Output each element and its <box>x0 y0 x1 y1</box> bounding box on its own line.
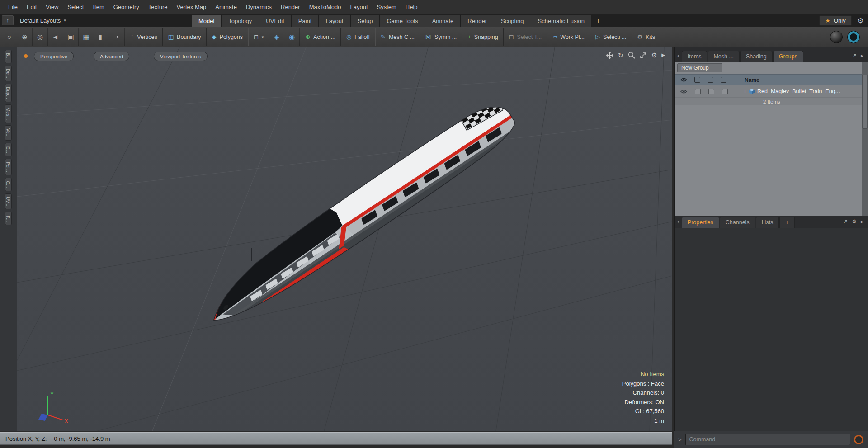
tab-model[interactable]: Model <box>192 15 222 27</box>
side-tab-duplicate[interactable]: Dup... <box>5 84 12 102</box>
select-through-button[interactable]: ◻ Select T... <box>504 28 547 46</box>
render-toggle-icon[interactable] <box>694 77 700 83</box>
pie-tool-icon[interactable]: ◔ <box>109 28 125 46</box>
menu-maxtomodo[interactable]: MaxToModo <box>305 0 346 14</box>
panel-tool-icon[interactable]: ▣ <box>63 28 79 46</box>
eye-icon[interactable] <box>680 89 687 94</box>
menu-edit[interactable]: Edit <box>22 0 41 14</box>
menu-dynamics[interactable]: Dynamics <box>241 0 276 14</box>
tab-layout[interactable]: Layout <box>319 15 350 27</box>
menu-system[interactable]: System <box>373 0 401 14</box>
tab-channels[interactable]: Channels <box>720 217 755 228</box>
lock-checkbox[interactable] <box>722 89 728 94</box>
panel-expand-icon[interactable]: ▸ <box>861 218 863 225</box>
side-tab-deform[interactable]: De... <box>5 66 12 81</box>
tab-topology[interactable]: Topology <box>222 15 259 27</box>
maximize-icon[interactable] <box>640 52 647 59</box>
tab-game-tools[interactable]: Game Tools <box>380 15 425 27</box>
menu-item[interactable]: Item <box>88 0 108 14</box>
viewport-textures-button[interactable]: Viewport Textures <box>154 52 208 61</box>
half-square-tool-icon[interactable]: ◧ <box>94 28 109 46</box>
side-tab-edge[interactable]: E... <box>5 143 12 156</box>
panel-gear-icon[interactable]: ⚙ <box>852 218 857 225</box>
rotate-view-icon[interactable]: ↻ <box>618 51 623 59</box>
viewport-expand-arrow-icon[interactable]: ▶ <box>661 51 665 59</box>
side-tab-falloff[interactable]: F... <box>5 212 12 225</box>
ellipse-tool-icon[interactable]: ○ <box>2 28 17 46</box>
eye-icon[interactable] <box>680 77 687 82</box>
render-checkbox[interactable] <box>708 89 714 94</box>
zoom-icon[interactable] <box>628 52 635 59</box>
side-tab-basic[interactable]: B... <box>5 50 12 63</box>
falloff-button[interactable]: ◎ Falloff <box>341 28 375 46</box>
tab-setup[interactable]: Setup <box>351 15 380 27</box>
grid-tool-icon[interactable]: ▦ <box>79 28 94 46</box>
command-history-icon[interactable] <box>854 435 863 444</box>
selection-sets-button[interactable]: ▷ Selecti ... <box>590 28 632 46</box>
panel-menu-dot-icon[interactable]: ● <box>677 54 679 58</box>
menu-layout[interactable]: Layout <box>345 0 372 14</box>
cursor-tool-icon[interactable]: ◄ <box>48 28 63 46</box>
tab-animate[interactable]: Animate <box>425 15 461 27</box>
viewport-menu-dot-icon[interactable] <box>24 54 28 58</box>
kits-button[interactable]: ⚙ Kits <box>632 28 661 46</box>
symmetry-button[interactable]: ⋈ Symm ... <box>420 28 462 46</box>
menu-animate[interactable]: Animate <box>211 0 241 14</box>
tab-scripting[interactable]: Scripting <box>494 15 531 27</box>
menu-geometry[interactable]: Geometry <box>109 0 144 14</box>
tab-mesh-ops[interactable]: Mesh ... <box>708 51 739 62</box>
side-tab-curves[interactable]: C... <box>5 178 12 191</box>
menu-render[interactable]: Render <box>276 0 305 14</box>
new-group-button[interactable]: New Group <box>677 63 722 72</box>
gear-icon[interactable]: ⚙ <box>857 16 863 25</box>
viewport-canvas[interactable]: Y X <box>17 47 672 431</box>
tab-uvedit[interactable]: UVEdit <box>259 15 291 27</box>
menu-select[interactable]: Select <box>63 0 88 14</box>
only-toggle-button[interactable]: ★ Only <box>819 15 851 26</box>
menu-file[interactable]: File <box>4 0 22 14</box>
lock-toggle-icon[interactable] <box>708 77 713 83</box>
side-tab-mesh[interactable]: Mes... <box>5 104 12 123</box>
popout-icon[interactable]: ↗ <box>843 218 848 225</box>
groups-scrollbar[interactable] <box>862 62 868 216</box>
panel-menu-dot-icon[interactable]: ● <box>677 220 679 224</box>
menu-help[interactable]: Help <box>401 0 422 14</box>
select-toggle-icon[interactable] <box>721 77 726 83</box>
side-tab-polygon[interactable]: Pol... <box>5 159 12 175</box>
vertices-mode-button[interactable]: ∴ Vertices <box>125 28 163 46</box>
add-tab-button[interactable]: + <box>592 15 604 27</box>
viewport-settings-gear-icon[interactable]: ⚙ <box>651 51 657 59</box>
panel-expand-icon[interactable]: ▸ <box>861 52 863 59</box>
command-input[interactable] <box>685 434 850 445</box>
group-row-train[interactable]: + Red_Maglev_Bullet_Train_Eng... <box>675 85 868 98</box>
tab-shading[interactable]: Shading <box>740 51 773 62</box>
restore-layout-icon[interactable]: ↑ <box>2 15 14 25</box>
viewport-3d[interactable]: Y X Perspective Advanced Viewport Textur… <box>17 47 672 431</box>
uv-toggle-icon[interactable]: ◈ <box>269 28 284 46</box>
ring-badge-icon[interactable] <box>847 31 860 43</box>
polygons-mode-button[interactable]: ◆ Polygons <box>207 28 248 46</box>
boundary-mode-button[interactable]: ◫ Boundary <box>163 28 207 46</box>
action-center-button[interactable]: ⊕ Action ... <box>300 28 341 46</box>
maglev-train-model[interactable] <box>188 92 538 343</box>
mesh-constraint-button[interactable]: ✎ Mesh C ... <box>375 28 420 46</box>
menu-texture[interactable]: Texture <box>144 0 172 14</box>
pan-move-icon[interactable] <box>606 52 613 59</box>
popout-icon[interactable]: ↗ <box>852 52 857 59</box>
perspective-button[interactable]: Perspective <box>34 52 74 61</box>
shading-mode-button[interactable]: Advanced <box>94 52 129 61</box>
group-toggle-checkbox[interactable] <box>695 89 701 94</box>
scrollbar-thumb[interactable] <box>862 75 868 129</box>
globe-tool-icon[interactable]: ⊕ <box>17 28 33 46</box>
menu-vertex-map[interactable]: Vertex Map <box>172 0 211 14</box>
tab-lists[interactable]: Lists <box>756 217 779 228</box>
default-layouts-dropdown[interactable]: Default Layouts ▾ <box>15 14 71 27</box>
side-tab-uv[interactable]: UV... <box>5 193 12 209</box>
work-plane-button[interactable]: ▱ Work Pl... <box>547 28 590 46</box>
3d-toggle-icon[interactable]: ◉ <box>284 28 300 46</box>
tab-schematic-fusion[interactable]: Schematic Fusion <box>531 15 592 27</box>
target-tool-icon[interactable]: ◎ <box>33 28 48 46</box>
tab-paint[interactable]: Paint <box>292 15 319 27</box>
tab-render[interactable]: Render <box>461 15 494 27</box>
side-tab-vertex[interactable]: Ve... <box>5 125 12 141</box>
